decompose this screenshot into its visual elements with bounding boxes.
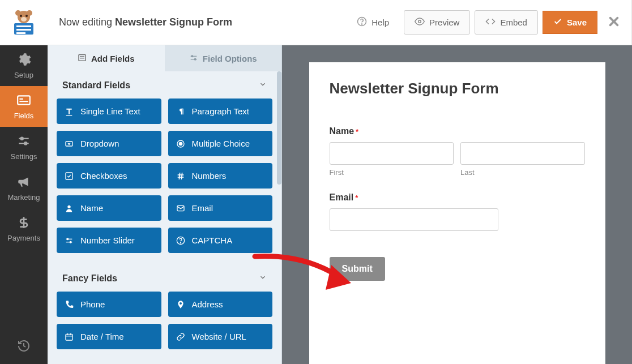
- field-multiple-choice[interactable]: Multiple Choice: [168, 131, 273, 156]
- svg-point-2: [27, 10, 32, 16]
- field-single-line[interactable]: Single Line Text: [57, 99, 161, 124]
- svg-rect-8: [16, 29, 31, 31]
- form-canvas: Newsletter Signup Form Name* First Last …: [282, 45, 632, 364]
- svg-rect-13: [18, 96, 30, 104]
- field-checkboxes[interactable]: Checkboxes: [57, 163, 161, 189]
- svg-point-18: [21, 138, 23, 140]
- svg-point-1: [15, 10, 21, 16]
- field-dropdown[interactable]: Dropdown: [57, 131, 161, 156]
- svg-point-19: [24, 142, 27, 144]
- form-preview[interactable]: Newsletter Signup Form Name* First Last …: [309, 62, 605, 364]
- field-website[interactable]: Website / URL: [168, 324, 273, 349]
- gear-icon: [16, 52, 31, 68]
- last-name-sublabel: Last: [460, 168, 585, 177]
- form-title: Newsletter Signup Form: [330, 79, 585, 98]
- svg-point-11: [362, 24, 362, 24]
- sliders-icon: [16, 134, 31, 150]
- svg-rect-31: [66, 173, 72, 179]
- section-fancy-fields[interactable]: Fancy Fields: [57, 264, 272, 292]
- svg-rect-9: [16, 32, 25, 34]
- app-logo: [0, 0, 48, 45]
- preview-button[interactable]: Preview: [404, 10, 470, 35]
- help-icon: [357, 16, 367, 28]
- field-phone[interactable]: Phone: [57, 292, 161, 317]
- close-button[interactable]: [608, 15, 620, 30]
- history-button[interactable]: [0, 330, 48, 364]
- list-icon: [16, 93, 31, 109]
- svg-point-5: [21, 17, 27, 22]
- chevron-down-icon: [259, 80, 267, 91]
- dollar-icon: [16, 215, 31, 232]
- last-name-input[interactable]: [460, 142, 585, 165]
- form-icon: [78, 53, 87, 64]
- first-name-sublabel: First: [330, 168, 454, 177]
- svg-rect-44: [66, 334, 72, 340]
- svg-point-41: [70, 241, 71, 243]
- email-input[interactable]: [330, 208, 498, 231]
- chevron-down-icon: [259, 273, 267, 284]
- svg-line-34: [179, 173, 180, 179]
- svg-point-30: [179, 142, 182, 145]
- sidebar: Setup Fields Settings Marketing Payments: [0, 45, 48, 364]
- field-email[interactable]: Email: [168, 195, 273, 221]
- svg-point-12: [419, 20, 421, 23]
- sidebar-item-settings[interactable]: Settings: [0, 127, 48, 168]
- sidebar-item-fields[interactable]: Fields: [0, 86, 48, 127]
- main: Setup Fields Settings Marketing Payments…: [0, 45, 632, 364]
- form-field-email[interactable]: Email*: [330, 192, 585, 231]
- svg-point-43: [180, 242, 181, 243]
- field-date-time[interactable]: Date / Time: [57, 324, 161, 349]
- embed-button[interactable]: Embed: [475, 10, 538, 35]
- svg-point-36: [67, 205, 70, 208]
- section-standard-fields[interactable]: Standard Fields: [57, 71, 272, 99]
- sidebar-item-setup[interactable]: Setup: [0, 45, 48, 86]
- field-name[interactable]: Name: [57, 195, 161, 221]
- svg-point-3: [20, 15, 22, 17]
- eye-icon: [415, 16, 425, 28]
- close-icon: [608, 20, 620, 29]
- field-label: Email*: [330, 192, 585, 203]
- sidebar-item-marketing[interactable]: Marketing: [0, 168, 48, 208]
- tab-field-options[interactable]: Field Options: [165, 45, 282, 71]
- field-paragraph[interactable]: Paragraph Text: [168, 99, 273, 124]
- svg-rect-7: [16, 25, 31, 27]
- field-captcha[interactable]: CAPTCHA: [168, 228, 273, 253]
- fields-panel: Add Fields Field Options Standard Fields…: [48, 45, 282, 364]
- svg-point-40: [67, 238, 69, 240]
- sliders-icon: [189, 53, 198, 64]
- tab-add-fields[interactable]: Add Fields: [48, 45, 165, 71]
- svg-rect-15: [19, 101, 28, 102]
- first-name-input[interactable]: [330, 142, 454, 165]
- svg-point-4: [25, 15, 28, 17]
- field-number-slider[interactable]: Number Slider: [57, 228, 161, 253]
- form-field-name[interactable]: Name* First Last: [330, 126, 585, 177]
- submit-button[interactable]: Submit: [330, 257, 385, 281]
- svg-rect-14: [19, 99, 23, 100]
- help-button[interactable]: Help: [347, 11, 399, 34]
- topbar: Now editing Newsletter Signup Form Help …: [0, 0, 632, 45]
- svg-line-35: [181, 173, 182, 179]
- check-icon: [553, 17, 562, 28]
- field-address[interactable]: Address: [168, 292, 273, 317]
- editing-label: Now editing Newsletter Signup Form: [59, 16, 342, 28]
- sidebar-item-payments[interactable]: Payments: [0, 208, 48, 249]
- field-numbers[interactable]: Numbers: [168, 163, 273, 189]
- history-icon: [17, 339, 31, 355]
- code-icon: [485, 16, 496, 28]
- megaphone-icon: [16, 174, 31, 191]
- save-button[interactable]: Save: [543, 11, 597, 34]
- field-label: Name*: [330, 126, 585, 136]
